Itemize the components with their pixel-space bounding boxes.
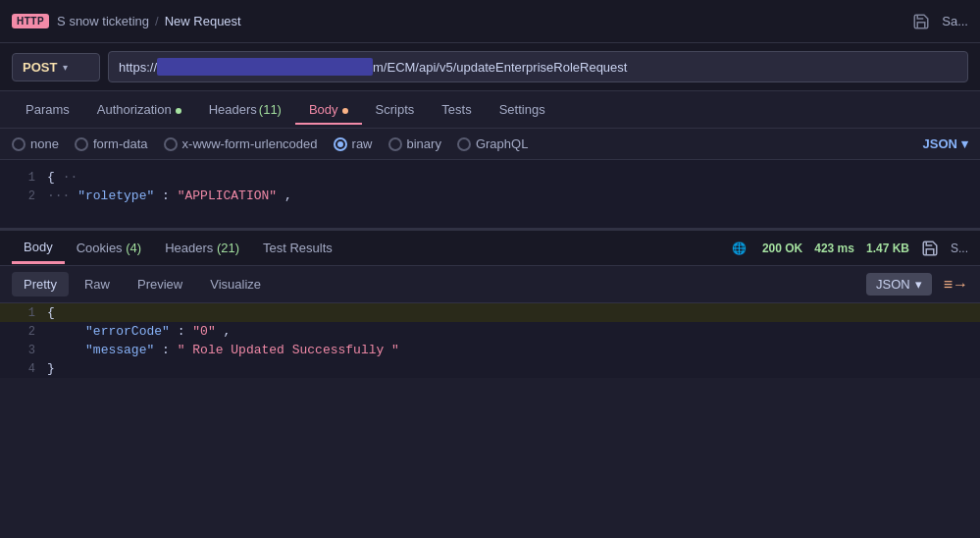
headers-count: (21): [217, 241, 239, 255]
request-tabs-row: Params Authorization Headers(11) Body Sc…: [0, 91, 980, 129]
pretty-row: Pretty Raw Preview Visualize JSON ▾ ≡→: [0, 266, 980, 303]
radio-graphql-circle: [457, 137, 471, 151]
tab-body[interactable]: Body: [295, 94, 362, 125]
radio-binary[interactable]: binary: [388, 136, 441, 151]
authorization-dot: [176, 108, 181, 114]
pretty-tab[interactable]: Pretty: [12, 272, 69, 296]
resp-line-num-4: 4: [12, 361, 35, 376]
method-text: POST: [23, 60, 57, 75]
breadcrumb-separator: /: [155, 14, 159, 28]
resp-tab-test-results[interactable]: Test Results: [251, 233, 344, 263]
line-num-2: 2: [12, 188, 35, 203]
chevron-down-icon: ▾: [63, 62, 68, 73]
status-size: 1.47 KB: [866, 242, 909, 255]
download-icon[interactable]: [921, 240, 939, 257]
tab-authorization[interactable]: Authorization: [83, 94, 195, 125]
resp-key-message: "message": [85, 343, 154, 357]
url-redacted-block: [157, 58, 373, 76]
url-prefix: https://: [119, 60, 157, 75]
json-format-dropdown[interactable]: JSON ▾: [923, 136, 968, 151]
colon-1: :: [162, 188, 170, 203]
save-icon[interactable]: [912, 13, 930, 30]
radio-raw-inner: [337, 141, 343, 147]
req-key-roletype: "roletype": [77, 188, 154, 203]
radio-raw[interactable]: raw: [334, 136, 373, 151]
resp-line-num-2: 2: [12, 324, 35, 339]
code-line-2: 2 ··· "roletype" : "APPLICATION" ,: [0, 187, 980, 205]
line-num-1: 1: [12, 170, 35, 185]
dots-2: ···: [47, 188, 70, 203]
dots-1: ··: [63, 170, 78, 185]
tab-headers[interactable]: Headers(11): [195, 94, 295, 125]
open-brace-1: {: [47, 170, 55, 185]
tab-scripts[interactable]: Scripts: [362, 94, 429, 125]
globe-icon: 🌐: [732, 242, 747, 255]
response-format-select[interactable]: JSON ▾: [866, 273, 932, 296]
tab-params[interactable]: Params: [12, 94, 83, 125]
url-bar: POST ▾ https:// m/ECM/api/v5/updateEnter…: [0, 43, 980, 91]
resp-close-brace: }: [47, 361, 55, 376]
url-input[interactable]: https:// m/ECM/api/v5/updateEnterpriseRo…: [108, 51, 968, 82]
resp-val-message: " Role Updated Successfully ": [178, 343, 399, 357]
status-code: 200 OK: [762, 242, 802, 255]
resp-line-num-3: 3: [12, 343, 35, 357]
resp-indent-2: [47, 324, 77, 339]
response-tabs-row: Body Cookies (4) Headers (21) Test Resul…: [0, 229, 980, 266]
radio-none[interactable]: none: [12, 136, 59, 151]
radio-binary-circle: [388, 137, 402, 151]
radio-form-data-circle: [75, 137, 88, 151]
preview-tab[interactable]: Preview: [126, 272, 194, 296]
breadcrumb: S snow ticketing / New Request: [57, 14, 241, 28]
status-time: 423 ms: [814, 242, 854, 255]
top-bar: HTTP S snow ticketing / New Request Sa..…: [0, 0, 980, 43]
resp-open-brace: {: [47, 305, 55, 320]
breadcrumb-project[interactable]: S snow ticketing: [57, 14, 149, 28]
request-code-editor[interactable]: 1 { ·· 2 ··· "roletype" : "APPLICATION" …: [0, 160, 980, 229]
resp-line-num-1: 1: [12, 305, 35, 320]
method-selector[interactable]: POST ▾: [12, 53, 100, 81]
code-line-1: 1 { ··: [0, 168, 980, 187]
top-bar-right: Sa...: [912, 13, 968, 30]
breadcrumb-current: New Request: [165, 14, 241, 28]
resp-indent-3: [47, 343, 77, 357]
visualize-tab[interactable]: Visualize: [198, 272, 273, 296]
resp-tab-cookies[interactable]: Cookies (4): [65, 233, 153, 263]
resp-tab-headers[interactable]: Headers (21): [153, 233, 251, 263]
resp-line-4: 4 }: [0, 359, 980, 378]
response-code-editor[interactable]: 1 { 2 "errorCode" : "0" , 3 "message" : …: [0, 303, 980, 378]
response-status: 🌐 200 OK 423 ms 1.47 KB S...: [732, 240, 968, 257]
cookies-count: (4): [126, 241, 141, 255]
radio-raw-circle: [334, 137, 347, 151]
resp-val-errorcode: "0": [192, 324, 215, 339]
req-val-application: "APPLICATION": [178, 188, 277, 203]
raw-tab[interactable]: Raw: [73, 272, 122, 296]
resp-line-2: 2 "errorCode" : "0" ,: [0, 322, 980, 341]
body-dot: [342, 108, 348, 114]
json-chevron-icon: ▾: [961, 136, 968, 151]
http-badge: HTTP: [12, 14, 49, 28]
tab-tests[interactable]: Tests: [428, 94, 485, 125]
radio-graphql[interactable]: GraphQL: [457, 136, 528, 151]
radio-urlencoded-circle: [164, 137, 178, 151]
save-label[interactable]: Sa...: [942, 14, 968, 28]
radio-form-data[interactable]: form-data: [75, 136, 148, 151]
resp-tab-body[interactable]: Body: [12, 232, 65, 264]
tab-settings[interactable]: Settings: [486, 94, 559, 125]
wrap-icon[interactable]: ≡→: [944, 276, 968, 294]
comma-1: ,: [284, 188, 292, 203]
body-type-row: none form-data x-www-form-urlencoded raw…: [0, 129, 980, 160]
more-label[interactable]: S...: [951, 242, 968, 255]
url-suffix: m/ECM/api/v5/updateEnterpriseRoleRequest: [373, 60, 627, 75]
radio-urlencoded[interactable]: x-www-form-urlencoded: [164, 136, 318, 151]
resp-line-1: 1 {: [0, 303, 980, 322]
resp-key-errorcode: "errorCode": [85, 324, 170, 339]
format-chevron-icon: ▾: [915, 277, 922, 292]
radio-none-circle: [12, 137, 26, 151]
resp-line-3: 3 "message" : " Role Updated Successfull…: [0, 341, 980, 359]
